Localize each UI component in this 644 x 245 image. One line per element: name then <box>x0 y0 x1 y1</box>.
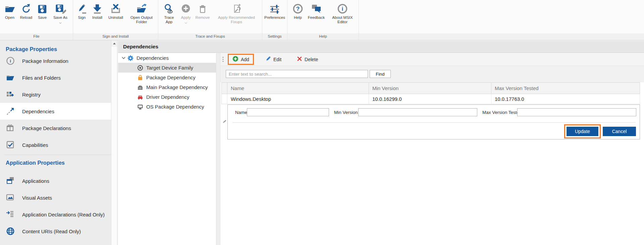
name-field[interactable] <box>247 108 329 116</box>
info-circle-icon: i <box>6 56 15 65</box>
registry-icon <box>6 90 15 99</box>
highlight-box-add: Add <box>228 54 254 65</box>
sidebar-item-files-and-folders[interactable]: Files and Folders <box>0 69 111 86</box>
main-area: Dependencies Dependencies Target Device … <box>117 40 644 245</box>
apply-recommended-fixups-label: Apply Recommended Fixups <box>214 15 259 24</box>
apply-label: Apply <box>181 15 191 20</box>
panel-splitter[interactable] <box>216 53 220 245</box>
reload-button[interactable]: Reload <box>17 2 35 20</box>
delete-label: Delete <box>305 57 318 62</box>
name-label: Name: <box>235 110 249 115</box>
find-button[interactable]: Find <box>370 70 391 78</box>
save-as-button[interactable]: Save As <box>50 2 71 23</box>
sidebar-item-label: Applications <box>22 178 49 184</box>
uninstall-button[interactable]: Uninstall <box>105 2 126 20</box>
save-button[interactable]: Save <box>35 2 50 20</box>
edit-label: Edit <box>273 57 281 62</box>
declarations-icon <box>6 210 15 219</box>
table-header-row: Name Min Version Max Version Tested <box>221 82 640 94</box>
page-title: Dependencies <box>118 41 644 53</box>
sidebar-item-visual-assets[interactable]: Visual Assets <box>0 189 111 206</box>
sidebar-item-package-declarations[interactable]: Package Declarations <box>0 120 111 136</box>
help-label: Help <box>294 15 302 20</box>
tree-node-dependencies[interactable]: Dependencies <box>118 53 216 63</box>
install-label: Install <box>92 15 102 20</box>
fixups-icon <box>231 3 242 15</box>
edit-button[interactable]: Edit <box>261 55 285 64</box>
sidebar-item-content-uris[interactable]: Content URIs (Read Only) <box>0 223 111 240</box>
min-version-label: Min Version: <box>334 110 359 115</box>
table-row[interactable]: Windows.Desktop 10.0.16299.0 10.0.17763.… <box>221 94 640 104</box>
app-windows-icon <box>6 176 15 185</box>
ribbon-group-settings-label: Settings <box>262 33 287 40</box>
reload-icon <box>20 3 32 15</box>
tree-node-driver-dependency[interactable]: Driver Dependency <box>118 92 216 102</box>
chevron-down-icon[interactable] <box>121 57 126 59</box>
add-label: Add <box>241 57 249 62</box>
max-version-tested-field[interactable] <box>517 108 636 116</box>
help-button[interactable]: ? Help <box>290 2 306 20</box>
sidebar-item-package-information[interactable]: i Package Information <box>0 52 111 69</box>
open-button[interactable]: Open <box>2 2 17 20</box>
sidebar-item-application-declarations[interactable]: Application Declarations (Read Only) <box>0 206 111 223</box>
tree-node-label: Target Device Family <box>146 65 193 71</box>
grip-dots-icon <box>222 59 224 60</box>
svg-text:?: ? <box>296 6 300 12</box>
delete-button[interactable]: Delete <box>293 55 322 64</box>
cancel-button[interactable]: Cancel <box>603 127 636 136</box>
help-question-icon: ? <box>292 3 304 15</box>
sidebar-item-label: Content URIs (Read Only) <box>22 229 81 234</box>
dependencies-tree: Dependencies Target Device Family Packag… <box>118 53 216 245</box>
preferences-button[interactable]: Preferences <box>262 2 287 20</box>
about-info-icon: i <box>337 3 348 15</box>
scrollbar-up-button[interactable] <box>111 40 117 47</box>
sidebar-item-capabilities[interactable]: Capabilities <box>0 136 111 153</box>
sidebar-item-applications[interactable]: Applications <box>0 172 111 189</box>
globe-icon <box>6 227 15 236</box>
svg-text:i: i <box>10 58 11 64</box>
preferences-sliders-icon <box>269 3 280 15</box>
ribbon: Open Reload Save Save As <box>0 0 644 40</box>
column-header-name[interactable]: Name <box>227 82 369 94</box>
sign-button[interactable]: Sign <box>74 2 89 20</box>
search-input[interactable] <box>226 70 368 78</box>
dependencies-detail-pane: Add Edit Delete Find <box>220 53 644 245</box>
sidebar-item-registry[interactable]: Registry <box>0 86 111 103</box>
row-indicator-header <box>221 82 227 94</box>
tree-node-label: Package Dependency <box>146 75 196 80</box>
column-header-max-version-tested[interactable]: Max Version Tested <box>491 82 640 94</box>
update-button[interactable]: Update <box>567 127 598 136</box>
monitor-icon <box>137 104 143 110</box>
gift-icon <box>6 124 15 132</box>
vertical-scrollbar[interactable] <box>111 40 117 245</box>
tree-node-target-device-family[interactable]: Target Device Family <box>118 63 216 73</box>
trace-app-button[interactable]: Trace App <box>160 2 178 25</box>
save-label: Save <box>38 15 47 20</box>
checkbox-icon <box>6 140 15 149</box>
remove-label: Remove <box>196 15 210 20</box>
preferences-label: Preferences <box>264 15 285 20</box>
min-version-field[interactable] <box>358 108 477 116</box>
feedback-button[interactable]: Feedback <box>306 2 327 20</box>
sidebar-item-dependencies[interactable]: Dependencies <box>0 103 111 120</box>
triangle-up-icon <box>113 43 116 44</box>
about-msix-editor-button[interactable]: i About MSIX Editor <box>327 2 358 25</box>
ribbon-group-file-label: File <box>0 33 73 40</box>
shopping-bag-icon <box>137 75 143 81</box>
cell-min-version: 10.0.16299.0 <box>369 94 491 104</box>
tree-node-main-package-dependency[interactable]: Main Package Dependency <box>118 82 216 92</box>
about-msix-editor-label: About MSIX Editor <box>329 15 356 24</box>
open-output-folder-button[interactable]: Open Output Folder <box>126 2 157 25</box>
sidebar-heading-application-properties: Application Properties <box>0 155 111 172</box>
reload-label: Reload <box>20 15 32 20</box>
add-plus-icon <box>232 56 238 63</box>
editor-buttons: Update Cancel <box>564 124 636 138</box>
save-icon <box>37 3 48 15</box>
add-button[interactable]: Add <box>229 55 253 64</box>
column-header-min-version[interactable]: Min Version <box>369 82 491 94</box>
install-button[interactable]: Install <box>89 2 105 20</box>
tree-node-package-dependency[interactable]: Package Dependency <box>118 73 216 82</box>
trash-icon <box>197 3 208 15</box>
row-editor-panel: Name: Min Version: Max Version Tested: U… <box>227 105 640 139</box>
tree-node-os-package-dependency[interactable]: OS Package Dependency <box>118 102 216 112</box>
